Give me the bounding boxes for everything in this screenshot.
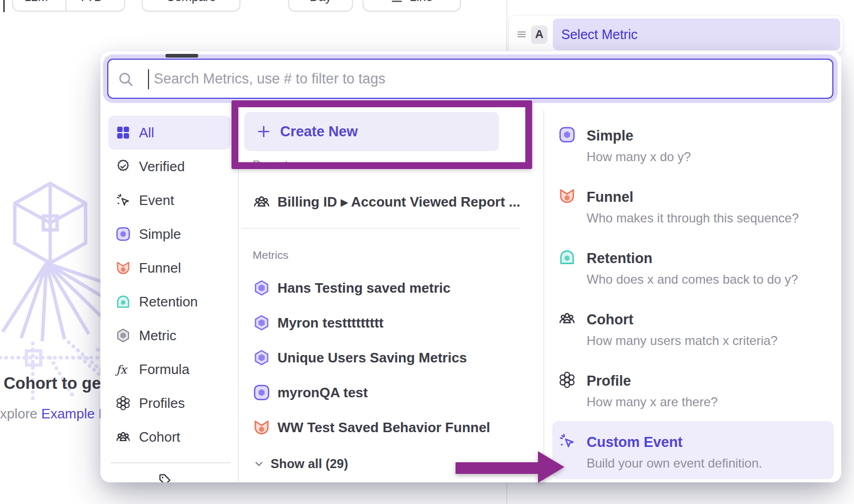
chevron-down-icon xyxy=(253,458,265,470)
metrics-heading: Metrics xyxy=(253,249,289,262)
compare-button[interactable]: Compare xyxy=(142,0,240,12)
metric-type-title: Retention xyxy=(587,249,653,267)
sidebar-item-label: Cohort xyxy=(139,429,180,445)
list-divider xyxy=(241,228,520,229)
sidebar-item-label: Simple xyxy=(139,226,181,242)
sidebar-item-label: Profiles xyxy=(139,395,185,412)
metric-purple-icon xyxy=(253,314,271,332)
saved-metric-item-label: Unique Users Saving Metrics xyxy=(277,350,467,366)
background-explore-text: xplore Example R xyxy=(0,406,108,422)
segment-divider xyxy=(66,0,67,11)
verified-icon xyxy=(115,158,131,174)
series-a-badge: A xyxy=(531,25,547,44)
sidebar-item-verified[interactable]: Verified xyxy=(108,150,231,183)
metric-builder-row[interactable]: A Select Metric xyxy=(508,15,843,54)
metric-types-list: SimpleHow many x do y?FunnelWho makes it… xyxy=(552,120,834,482)
recents-list: Billing ID ▸ Account Viewed Report ... xyxy=(253,190,533,213)
saved-metric-item[interactable]: Myron testtttttttt xyxy=(253,305,538,340)
sidebar-item-all[interactable]: All xyxy=(108,116,231,150)
metric-type-description: Who does x and comes back to do y? xyxy=(587,272,798,287)
sidebar-item-label: Verified xyxy=(139,158,185,175)
sidebar-item-event[interactable]: Event xyxy=(108,183,231,217)
metric-type-profile[interactable]: ProfileHow many x are there? xyxy=(552,366,834,427)
metric-type-title: Funnel xyxy=(587,188,634,206)
sidebar-item-metric[interactable]: Metric xyxy=(108,319,231,352)
formula-icon: ƒx xyxy=(115,361,131,377)
saved-metric-item-label: WW Test Saved Behavior Funnel xyxy=(277,419,490,436)
saved-metric-item[interactable]: Hans Testing saved metric xyxy=(253,270,538,305)
metric-type-title: Simple xyxy=(587,127,634,145)
sidebar-item-cohort[interactable]: Cohort xyxy=(108,420,231,454)
metric-icon xyxy=(115,328,131,343)
sidebar-item-label: Metric xyxy=(139,328,177,344)
funnel-icon xyxy=(558,187,576,205)
sidebar-item-funnel[interactable]: Funnel xyxy=(108,251,231,285)
saved-metric-item[interactable]: Unique Users Saving Metrics xyxy=(253,340,538,375)
funnel-icon xyxy=(253,418,271,436)
saved-metric-item-label: myronQA test xyxy=(277,385,368,401)
simple-icon xyxy=(558,126,576,144)
clipped-label-fragment xyxy=(165,54,198,58)
sidebar-item-label: Formula xyxy=(139,361,189,378)
sidebar-item-profiles[interactable]: Profiles xyxy=(108,386,231,420)
metric-purple-icon xyxy=(253,349,271,367)
sidebar-item-formula[interactable]: ƒxFormula xyxy=(108,352,231,386)
svg-text:ƒx: ƒx xyxy=(115,363,128,376)
grid-icon xyxy=(115,125,131,141)
cohort-icon xyxy=(558,310,576,328)
saved-metrics-list: Hans Testing saved metricMyron testttttt… xyxy=(253,270,538,445)
chevron-down-icon xyxy=(106,0,119,3)
event-icon xyxy=(115,192,131,208)
saved-metric-item[interactable]: myronQA test xyxy=(253,375,538,410)
category-sidebar: AllVerifiedEventSimpleFunnelRetentionMet… xyxy=(108,116,231,454)
range-ytd-button[interactable]: YTD xyxy=(73,0,124,11)
sidebar-item-partial[interactable] xyxy=(157,472,174,482)
line-chart-type-button[interactable]: Line xyxy=(363,0,461,12)
metric-type-funnel[interactable]: FunnelWho makes it through this sequence… xyxy=(552,182,834,243)
simple-icon xyxy=(253,384,271,402)
profiles-icon xyxy=(558,371,576,389)
metric-type-simple[interactable]: SimpleHow many x do y? xyxy=(552,120,834,182)
saved-metric-item[interactable]: WW Test Saved Behavior Funnel xyxy=(253,410,538,445)
metric-type-description: Build your own event definition. xyxy=(587,455,762,471)
sidebar-item-simple[interactable]: Simple xyxy=(108,217,231,251)
show-all-button[interactable]: Show all (29) xyxy=(253,452,348,476)
tag-icon xyxy=(157,472,174,482)
metric-type-description: How many x do y? xyxy=(587,149,691,165)
sidebar-item-label: All xyxy=(139,125,154,141)
recent-metric-item-label: Billing ID ▸ Account Viewed Report ... xyxy=(277,194,520,210)
annotation-arrow xyxy=(452,446,568,489)
sidebar-item-label: Event xyxy=(139,192,174,209)
annotation-highlight-box xyxy=(231,100,532,169)
day-granularity-button[interactable]: Day xyxy=(288,0,353,12)
metric-type-title: Custom Event xyxy=(587,433,683,451)
saved-metric-item-label: Myron testtttttttt xyxy=(277,315,384,331)
cohort-icon xyxy=(115,429,131,445)
funnel-icon xyxy=(115,260,131,276)
range-12m-button[interactable]: 12M xyxy=(13,0,59,11)
line-chart-icon xyxy=(391,0,403,3)
metric-type-retention[interactable]: RetentionWho does x and comes back to do… xyxy=(552,243,834,304)
metric-type-description: How many users match x criteria? xyxy=(587,333,777,349)
search-input[interactable] xyxy=(107,59,833,99)
text-cursor xyxy=(148,69,149,89)
cohort-icon xyxy=(253,193,271,211)
search-icon xyxy=(117,71,134,88)
column-divider xyxy=(543,110,544,482)
metric-type-custom-event[interactable]: Custom EventBuild your own event definit… xyxy=(552,427,834,482)
example-link[interactable]: Example R xyxy=(41,406,108,422)
saved-metric-item-label: Hans Testing saved metric xyxy=(277,280,451,296)
recent-metric-item[interactable]: Billing ID ▸ Account Viewed Report ... xyxy=(253,190,533,213)
metric-purple-icon xyxy=(253,279,271,297)
sidebar-item-label: Funnel xyxy=(139,260,181,276)
sidebar-item-label: Retention xyxy=(139,294,198,310)
select-metric-pill[interactable]: Select Metric xyxy=(553,18,840,50)
date-range-segmented-control[interactable]: 12M YTD xyxy=(12,0,125,12)
sidebar-item-retention[interactable]: Retention xyxy=(108,285,231,319)
sidebar-divider xyxy=(111,462,231,463)
metric-type-cohort[interactable]: CohortHow many users match x criteria? xyxy=(552,304,834,366)
screen: 12M YTD Compare Day Line r Cohort to ge … xyxy=(0,0,854,504)
simple-icon xyxy=(115,226,131,242)
drag-handle-icon[interactable] xyxy=(515,28,528,41)
retention-icon xyxy=(115,294,131,310)
